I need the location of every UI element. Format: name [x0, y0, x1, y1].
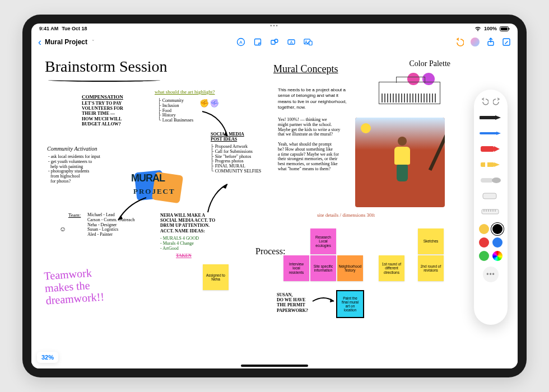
- tool-pen[interactable]: [480, 111, 502, 124]
- title-chevron-icon[interactable]: ˅: [92, 39, 95, 45]
- community-body: - ask local residents for input - get yo…: [48, 155, 100, 184]
- collaborator-avatar[interactable]: [471, 38, 480, 46]
- status-date: Tue Oct 18: [62, 26, 87, 31]
- neha-taken: TAKEN: [176, 253, 192, 258]
- mural-logo-line1: MURAL: [131, 174, 165, 183]
- sticky-interview[interactable]: Interview local residents: [283, 255, 309, 281]
- palette-more-icon[interactable]: •••: [483, 267, 499, 282]
- building-sketch: [379, 82, 440, 104]
- color-red[interactable]: [479, 237, 489, 248]
- home-indicator[interactable]: [241, 365, 308, 367]
- neha-body: NEHA WILL MAKE A SOCIAL MEDIA ACCT. TO D…: [160, 213, 215, 234]
- insert-text-icon[interactable]: A: [236, 38, 245, 46]
- svg-rect-12: [309, 41, 312, 45]
- tool-watercolor[interactable]: [480, 174, 502, 186]
- svg-rect-18: [481, 178, 493, 183]
- fist-icon-2: ✊: [210, 99, 219, 108]
- team-title: Team:: [68, 213, 81, 218]
- color-yellow[interactable]: [479, 224, 489, 234]
- svg-rect-20: [483, 193, 496, 199]
- svg-rect-5: [255, 39, 261, 45]
- sticky-hood[interactable]: Neighborhood history: [337, 255, 363, 281]
- insert-sticky-icon[interactable]: [253, 38, 262, 46]
- tool-crayon[interactable]: [480, 158, 502, 171]
- arrow-4: [311, 295, 336, 308]
- underline-swash: [48, 78, 160, 82]
- social-items: ├ Proposed Artwork ├ Call for Submission…: [211, 144, 261, 174]
- sticky-sketches[interactable]: Sketches: [418, 228, 444, 254]
- svg-text:A: A: [290, 40, 293, 44]
- site-note: site details / dimensions 30ft: [317, 213, 375, 218]
- battery-icon: [500, 26, 510, 31]
- color-black[interactable]: [492, 224, 503, 234]
- share-icon[interactable]: [486, 38, 495, 46]
- arrow-3: [205, 181, 233, 215]
- palette-color-grid: [479, 224, 503, 261]
- status-time: 9:41 AM: [39, 26, 58, 31]
- sticky-assigned[interactable]: Assigned to Neha: [203, 264, 229, 290]
- heading-concepts: Mural Concepts: [273, 64, 338, 75]
- community-title: Community Activation: [47, 146, 97, 152]
- app-toolbar: ‹ Mural Project ˅ A A: [31, 34, 518, 50]
- sticky-round1[interactable]: 1st round of different directions: [379, 255, 404, 281]
- svg-point-11: [305, 40, 306, 41]
- palette-undo-icon[interactable]: [481, 97, 488, 105]
- document-title[interactable]: Mural Project: [45, 38, 87, 46]
- prompt-note: Yes! 100%! — thinking we might partner w…: [278, 118, 362, 172]
- svg-point-19: [492, 178, 501, 183]
- sticky-paint[interactable]: Paint the final mural art on location: [337, 291, 363, 317]
- svg-rect-15: [481, 146, 494, 152]
- undo-icon[interactable]: [455, 38, 464, 46]
- susan-note: SUSAN, DO WE HAVE THE PERMIT PAPERWORK?: [277, 292, 308, 313]
- palette-redo-icon[interactable]: [493, 97, 501, 105]
- svg-rect-2: [509, 28, 510, 30]
- back-button[interactable]: ‹: [38, 37, 41, 47]
- svg-rect-1: [501, 27, 508, 30]
- compensation-body: LET'S TRY TO PAY VOLUNTEERS FOR THEIR TI…: [82, 101, 123, 127]
- teamwork-note: Teamwork makes the dreamwork!!: [44, 265, 105, 306]
- heading-brainstorm: Brainstorm Session: [45, 58, 168, 76]
- sticky-round2[interactable]: 2nd round of revisions: [418, 255, 444, 281]
- arrow-1: [199, 109, 233, 142]
- battery-text: 100%: [484, 26, 497, 31]
- neha-ideas: - MURALS 4 GOOD - Murals 4 Change - ArtG…: [160, 236, 199, 251]
- wifi-icon: [474, 26, 481, 31]
- tool-marker[interactable]: [480, 143, 502, 155]
- arrow-2: [115, 195, 149, 223]
- freeform-canvas[interactable]: Brainstorm Session Mural Concepts Color …: [31, 50, 518, 368]
- heading-color-palette: Color Palette: [410, 59, 451, 68]
- color-green[interactable]: [479, 251, 489, 261]
- smiley-icon: ☺: [59, 225, 66, 233]
- process-label: Process:: [255, 246, 285, 256]
- multitask-dots-icon[interactable]: •••: [270, 24, 278, 29]
- zoom-badge[interactable]: 32%: [37, 352, 58, 363]
- tool-ruler[interactable]: [480, 206, 502, 218]
- svg-rect-17: [485, 162, 487, 167]
- tool-fine-pen[interactable]: [480, 127, 502, 139]
- sticky-research[interactable]: Research Local ecologies: [310, 228, 336, 254]
- typed-note: This needs to be a project about a sense…: [278, 87, 373, 111]
- highlight-items: ├ Community ├ Inclusion ├ Food ├ History…: [158, 99, 193, 123]
- fist-icon-1: ✊: [199, 99, 209, 108]
- tool-palette[interactable]: •••: [474, 90, 508, 325]
- insert-shape-icon[interactable]: [270, 38, 279, 46]
- sticky-siteinfo[interactable]: Site specific information: [310, 255, 336, 281]
- tool-eraser[interactable]: [480, 190, 502, 202]
- markup-icon[interactable]: [502, 38, 511, 46]
- color-blue[interactable]: [492, 237, 503, 248]
- screen: 9:41 AM Tue Oct 18 ••• 100% ‹ Mural Proj…: [31, 24, 518, 368]
- ipad-frame: 9:41 AM Tue Oct 18 ••• 100% ‹ Mural Proj…: [22, 15, 527, 377]
- svg-text:A: A: [239, 40, 243, 45]
- mural-illustration: [355, 118, 445, 207]
- color-picker[interactable]: [492, 251, 503, 261]
- highlight-title: what should the art highlight?: [155, 90, 215, 95]
- status-bar: 9:41 AM Tue Oct 18 ••• 100%: [31, 24, 518, 34]
- insert-media-icon[interactable]: [304, 38, 313, 46]
- insert-textbox-icon[interactable]: A: [287, 38, 296, 46]
- compensation-title: COMPENSATION: [82, 94, 123, 100]
